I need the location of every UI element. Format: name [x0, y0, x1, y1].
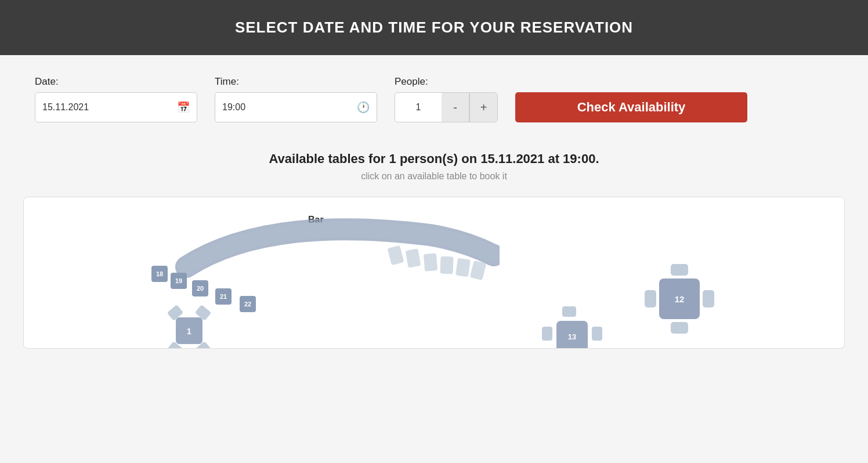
page-header: SELECT DATE AND TIME FOR YOUR RESERVATIO… — [0, 0, 868, 55]
svg-text:12: 12 — [675, 294, 685, 304]
svg-rect-15 — [703, 290, 714, 308]
people-field-group: People: - + — [395, 76, 498, 122]
svg-rect-13 — [671, 322, 688, 334]
table-22[interactable]: 22 — [240, 296, 256, 312]
table-20[interactable]: 20 — [192, 280, 208, 296]
availability-section: Available tables for 1 person(s) on 15.1… — [0, 140, 868, 186]
svg-rect-14 — [645, 290, 656, 308]
availability-main-text: Available tables for 1 person(s) on 15.1… — [12, 151, 856, 167]
svg-rect-3 — [440, 256, 453, 274]
time-input[interactable] — [222, 102, 351, 113]
time-input-box[interactable]: 🕐 — [215, 92, 377, 122]
people-label: People: — [395, 76, 498, 88]
svg-rect-21 — [592, 327, 602, 341]
svg-rect-5 — [470, 261, 487, 280]
check-availability-button[interactable]: Check Availability — [515, 92, 747, 122]
floor-plan-inner: Bar 18 19 20 21 22 — [24, 197, 844, 348]
decrement-button[interactable]: - — [442, 92, 469, 122]
bar-shape — [140, 203, 500, 284]
calendar-icon: 📅 — [177, 101, 190, 114]
table-13-area[interactable]: 13 — [540, 305, 604, 349]
table-18[interactable]: 18 — [151, 266, 168, 282]
svg-rect-2 — [424, 253, 438, 272]
time-field-group: Time: 🕐 — [215, 76, 377, 122]
increment-button[interactable]: + — [469, 92, 497, 122]
svg-rect-20 — [542, 327, 552, 341]
svg-text:13: 13 — [568, 332, 576, 341]
floor-plan-container: Bar 18 19 20 21 22 — [23, 197, 845, 349]
people-stepper: - + — [395, 92, 498, 122]
time-label: Time: — [215, 76, 377, 88]
controls-section: Date: 📅 Time: 🕐 People: - + Check Availa… — [0, 55, 868, 140]
svg-text:1: 1 — [187, 327, 191, 336]
people-input[interactable] — [395, 102, 442, 113]
svg-rect-0 — [387, 245, 404, 266]
svg-rect-4 — [455, 258, 471, 277]
table-1-area[interactable]: 1 — [157, 299, 221, 349]
svg-rect-1 — [406, 248, 421, 267]
table-12-area[interactable]: 12 — [642, 261, 717, 337]
page-title: SELECT DATE AND TIME FOR YOUR RESERVATIO… — [235, 19, 633, 36]
svg-rect-18 — [562, 306, 576, 317]
date-field-group: Date: 📅 — [35, 76, 197, 122]
date-input[interactable] — [42, 102, 171, 113]
date-label: Date: — [35, 76, 197, 88]
table-19[interactable]: 19 — [171, 273, 187, 289]
availability-sub-text: click on an available table to book it — [12, 171, 856, 182]
date-input-box[interactable]: 📅 — [35, 92, 197, 122]
clock-icon: 🕐 — [357, 101, 370, 114]
svg-rect-12 — [671, 264, 688, 276]
